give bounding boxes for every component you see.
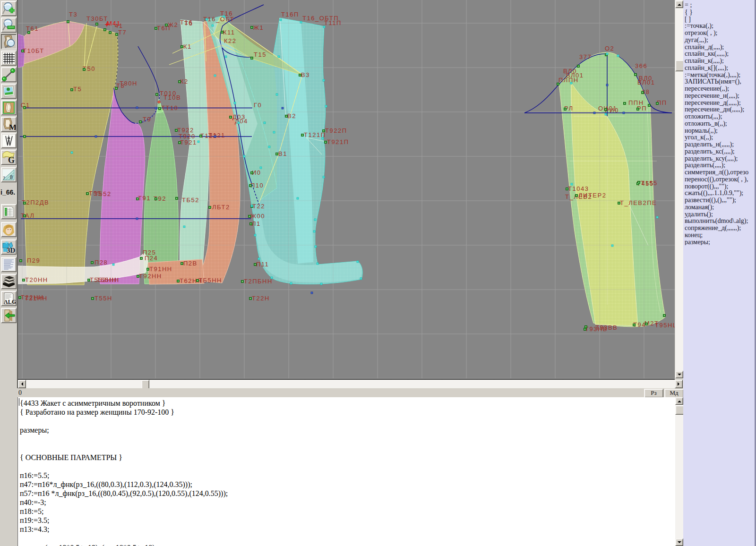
svg-text:ТАЛ: ТАЛ <box>21 212 35 219</box>
svg-text:Т93ВВ: Т93ВВ <box>595 324 618 331</box>
svg-text:П11: П11 <box>256 261 269 268</box>
svg-text:О2: О2 <box>605 45 614 52</box>
svg-text:M: M <box>9 123 16 131</box>
svg-text:3D: 3D <box>7 247 16 254</box>
svg-text:Г0: Г0 <box>254 102 262 109</box>
svg-text:Т3: Т3 <box>69 11 77 18</box>
svg-text:К2: К2 <box>180 78 189 85</box>
svg-text:Т95НЦ: Т95НЦ <box>655 322 675 329</box>
svg-text:Т92НН: Т92НН <box>139 273 162 280</box>
svg-text:ТБ52: ТБ52 <box>182 196 199 204</box>
svg-text:8: 8 <box>10 174 13 180</box>
svg-text:К11: К11 <box>223 29 235 36</box>
svg-text:Т61: Т61 <box>26 25 39 32</box>
svg-text:Ж00: Ж00 <box>250 213 265 220</box>
svg-text:Т55Н: Т55Н <box>94 295 112 302</box>
svg-text:Т7: Т7 <box>118 29 127 36</box>
svg-text:Т_ЛЕВ2ПЕ: Т_ЛЕВ2ПЕ <box>620 199 657 206</box>
svg-text:Т91НН: Т91НН <box>149 265 172 273</box>
svg-text:Д04: Д04 <box>235 118 248 125</box>
svg-text:ВЛ01: ВЛ01 <box>637 79 655 86</box>
svg-text:377: 377 <box>579 53 592 60</box>
svg-text:Т20НН: Т20НН <box>25 276 48 283</box>
svg-text:П2В: П2В <box>183 260 198 267</box>
svg-text:Т21НН: Т21НН <box>25 295 48 302</box>
svg-text:П24: П24 <box>145 255 158 262</box>
svg-text:ЛБТ2: ЛБТ2 <box>212 204 230 211</box>
svg-text:366: 366 <box>635 62 647 69</box>
svg-text:Т921: Т921 <box>180 139 197 146</box>
svg-text:Т552: Т552 <box>94 190 112 197</box>
svg-text:П28: П28 <box>94 259 108 266</box>
svg-text:Т10В: Т10В <box>163 94 181 101</box>
svg-text:ТБ5НН: ТБ5НН <box>198 277 222 284</box>
svg-text:Т11П: Т11П <box>324 19 342 26</box>
svg-text:Т22: Т22 <box>252 203 265 210</box>
svg-text:В2: В2 <box>287 112 296 119</box>
svg-text:П29: П29 <box>27 257 40 264</box>
svg-text:7: 7 <box>3 176 5 180</box>
svg-text:Т30БТ: Т30БТ <box>86 15 108 22</box>
svg-text:Т80Н: Т80Н <box>120 80 137 87</box>
svg-text:Т155: Т155 <box>641 179 658 187</box>
svg-text:Т1043: Т1043 <box>568 185 589 192</box>
svg-text:G: G <box>8 155 15 164</box>
svg-text:41: 41 <box>115 22 123 29</box>
svg-text:Т922П: Т922П <box>325 127 347 134</box>
svg-text:Т10БТ: Т10БТ <box>23 47 44 54</box>
svg-text:К1: К1 <box>183 43 192 50</box>
svg-text:Т55НН: Т55НН <box>96 276 120 283</box>
svg-text:Т16П: Т16П <box>281 11 299 18</box>
svg-text:ТТ10: ТТ10 <box>161 104 178 111</box>
svg-text:В1: В1 <box>278 150 287 157</box>
svg-text:ALG: ALG <box>4 299 16 305</box>
svg-text:Т22Н: Т22Н <box>252 295 270 302</box>
svg-text:Тб: Тб <box>184 20 193 27</box>
svg-text:ЛИТЕР2: ЛИТЕР2 <box>578 192 606 199</box>
svg-text:В3: В3 <box>301 71 310 78</box>
svg-text:П10: П10 <box>250 182 264 189</box>
svg-text:Т15: Т15 <box>254 51 266 58</box>
svg-text:Ж1: Ж1 <box>253 24 264 31</box>
svg-text:Т921П: Т921П <box>327 138 349 145</box>
svg-text:Т91: Т91 <box>138 195 151 202</box>
svg-text:Т9: Т9 <box>143 116 151 123</box>
svg-text:ПЛПН: ПЛПН <box>558 77 579 84</box>
svg-text:Ж2: Ж2 <box>168 21 178 28</box>
svg-text:И0: И0 <box>252 169 261 176</box>
svg-text:Т2ПБНН: Т2ПБНН <box>244 278 273 285</box>
svg-text:Т5: Т5 <box>73 85 82 93</box>
svg-text:Л1: Л1 <box>252 220 261 227</box>
svg-text:Т121: Т121 <box>208 132 225 139</box>
svg-text:К22: К22 <box>224 37 237 44</box>
svg-text:Т16: Т16 <box>220 10 233 17</box>
